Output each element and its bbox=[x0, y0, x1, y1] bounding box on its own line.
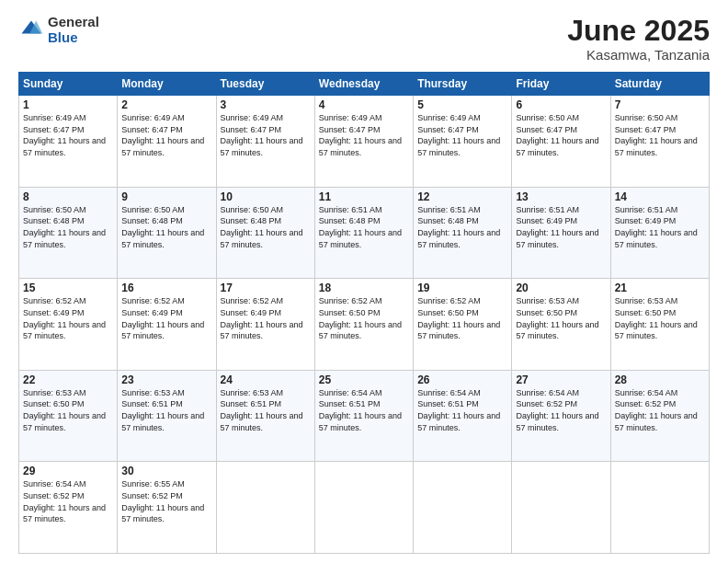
day-number: 10 bbox=[221, 190, 311, 203]
day-number: 30 bbox=[121, 465, 211, 477]
col-thursday: Thursday bbox=[414, 73, 512, 96]
day-info: Sunrise: 6:52 AMSunset: 6:49 PMDaylight:… bbox=[23, 295, 113, 341]
calendar-cell: 23Sunrise: 6:53 AMSunset: 6:51 PMDayligh… bbox=[118, 370, 216, 462]
day-info: Sunrise: 6:52 AMSunset: 6:50 PMDaylight:… bbox=[417, 295, 507, 341]
day-info: Sunrise: 6:52 AMSunset: 6:50 PMDaylight:… bbox=[319, 295, 409, 341]
day-info: Sunrise: 6:49 AMSunset: 6:47 PMDaylight:… bbox=[121, 112, 211, 158]
day-number: 29 bbox=[23, 465, 113, 477]
day-number: 16 bbox=[121, 282, 211, 294]
logo-icon bbox=[18, 17, 44, 43]
day-info: Sunrise: 6:50 AMSunset: 6:47 PMDaylight:… bbox=[615, 112, 705, 158]
day-info: Sunrise: 6:49 AMSunset: 6:47 PMDaylight:… bbox=[23, 112, 113, 158]
day-number: 11 bbox=[319, 190, 409, 203]
day-info: Sunrise: 6:49 AMSunset: 6:47 PMDaylight:… bbox=[417, 112, 507, 158]
day-info: Sunrise: 6:51 AMSunset: 6:49 PMDaylight:… bbox=[516, 204, 606, 250]
calendar-cell: 3Sunrise: 6:49 AMSunset: 6:47 PMDaylight… bbox=[216, 96, 314, 188]
day-info: Sunrise: 6:50 AMSunset: 6:47 PMDaylight:… bbox=[516, 112, 606, 158]
day-number: 14 bbox=[615, 190, 705, 203]
calendar-cell: 11Sunrise: 6:51 AMSunset: 6:48 PMDayligh… bbox=[314, 187, 413, 279]
day-number: 7 bbox=[615, 98, 705, 111]
day-number: 3 bbox=[221, 98, 311, 111]
day-info: Sunrise: 6:51 AMSunset: 6:49 PMDaylight:… bbox=[615, 204, 705, 250]
calendar-cell: 20Sunrise: 6:53 AMSunset: 6:50 PMDayligh… bbox=[512, 279, 610, 371]
day-number: 24 bbox=[221, 373, 311, 386]
logo: General Blue bbox=[18, 15, 99, 45]
title-block: June 2025 Kasamwa, Tanzania bbox=[567, 15, 710, 63]
logo-general-text: General bbox=[48, 15, 99, 30]
day-info: Sunrise: 6:51 AMSunset: 6:48 PMDaylight:… bbox=[319, 204, 409, 250]
calendar-week-row: 8Sunrise: 6:50 AMSunset: 6:48 PMDaylight… bbox=[19, 187, 710, 279]
col-monday: Monday bbox=[118, 73, 216, 96]
day-info: Sunrise: 6:54 AMSunset: 6:52 PMDaylight:… bbox=[615, 387, 705, 433]
col-tuesday: Tuesday bbox=[216, 73, 314, 96]
day-info: Sunrise: 6:49 AMSunset: 6:47 PMDaylight:… bbox=[319, 112, 409, 158]
calendar-cell: 19Sunrise: 6:52 AMSunset: 6:50 PMDayligh… bbox=[414, 279, 512, 371]
day-info: Sunrise: 6:50 AMSunset: 6:48 PMDaylight:… bbox=[121, 204, 211, 250]
calendar-cell: 2Sunrise: 6:49 AMSunset: 6:47 PMDaylight… bbox=[118, 96, 216, 188]
page: General Blue June 2025 Kasamwa, Tanzania… bbox=[0, 0, 728, 563]
col-sunday: Sunday bbox=[19, 73, 118, 96]
day-info: Sunrise: 6:50 AMSunset: 6:48 PMDaylight:… bbox=[23, 204, 113, 250]
calendar-cell: 26Sunrise: 6:54 AMSunset: 6:51 PMDayligh… bbox=[414, 370, 512, 462]
calendar-cell bbox=[512, 462, 610, 554]
calendar-week-row: 22Sunrise: 6:53 AMSunset: 6:50 PMDayligh… bbox=[19, 370, 710, 462]
day-info: Sunrise: 6:55 AMSunset: 6:52 PMDaylight:… bbox=[121, 478, 211, 524]
calendar-location: Kasamwa, Tanzania bbox=[567, 47, 710, 63]
day-number: 22 bbox=[23, 373, 113, 386]
col-wednesday: Wednesday bbox=[314, 73, 413, 96]
day-number: 13 bbox=[516, 190, 606, 203]
day-info: Sunrise: 6:54 AMSunset: 6:52 PMDaylight:… bbox=[516, 387, 606, 433]
col-saturday: Saturday bbox=[610, 73, 709, 96]
calendar-week-row: 15Sunrise: 6:52 AMSunset: 6:49 PMDayligh… bbox=[19, 279, 710, 371]
calendar-cell: 17Sunrise: 6:52 AMSunset: 6:49 PMDayligh… bbox=[216, 279, 314, 371]
header: General Blue June 2025 Kasamwa, Tanzania bbox=[18, 15, 710, 63]
calendar-cell: 13Sunrise: 6:51 AMSunset: 6:49 PMDayligh… bbox=[512, 187, 610, 279]
calendar-cell: 16Sunrise: 6:52 AMSunset: 6:49 PMDayligh… bbox=[118, 279, 216, 371]
calendar-cell bbox=[610, 462, 709, 554]
day-number: 25 bbox=[319, 373, 409, 386]
day-number: 1 bbox=[23, 98, 113, 111]
calendar-cell bbox=[314, 462, 413, 554]
day-number: 5 bbox=[417, 98, 507, 111]
day-info: Sunrise: 6:51 AMSunset: 6:48 PMDaylight:… bbox=[417, 204, 507, 250]
day-info: Sunrise: 6:53 AMSunset: 6:50 PMDaylight:… bbox=[615, 295, 705, 341]
day-number: 28 bbox=[615, 373, 705, 386]
day-number: 6 bbox=[516, 98, 606, 111]
day-info: Sunrise: 6:54 AMSunset: 6:51 PMDaylight:… bbox=[319, 387, 409, 433]
day-number: 8 bbox=[23, 190, 113, 203]
calendar-cell: 30Sunrise: 6:55 AMSunset: 6:52 PMDayligh… bbox=[118, 462, 216, 554]
calendar-cell: 5Sunrise: 6:49 AMSunset: 6:47 PMDaylight… bbox=[414, 96, 512, 188]
calendar-cell: 6Sunrise: 6:50 AMSunset: 6:47 PMDaylight… bbox=[512, 96, 610, 188]
day-info: Sunrise: 6:53 AMSunset: 6:51 PMDaylight:… bbox=[121, 387, 211, 433]
calendar-cell: 14Sunrise: 6:51 AMSunset: 6:49 PMDayligh… bbox=[610, 187, 709, 279]
day-number: 17 bbox=[221, 282, 311, 294]
day-number: 27 bbox=[516, 373, 606, 386]
calendar-cell: 28Sunrise: 6:54 AMSunset: 6:52 PMDayligh… bbox=[610, 370, 709, 462]
day-number: 18 bbox=[319, 282, 409, 294]
day-info: Sunrise: 6:53 AMSunset: 6:50 PMDaylight:… bbox=[516, 295, 606, 341]
day-number: 4 bbox=[319, 98, 409, 111]
day-number: 12 bbox=[417, 190, 507, 203]
calendar-cell: 24Sunrise: 6:53 AMSunset: 6:51 PMDayligh… bbox=[216, 370, 314, 462]
day-number: 26 bbox=[417, 373, 507, 386]
calendar-cell: 15Sunrise: 6:52 AMSunset: 6:49 PMDayligh… bbox=[19, 279, 118, 371]
calendar-cell: 12Sunrise: 6:51 AMSunset: 6:48 PMDayligh… bbox=[414, 187, 512, 279]
calendar-cell: 1Sunrise: 6:49 AMSunset: 6:47 PMDaylight… bbox=[19, 96, 118, 188]
day-number: 9 bbox=[121, 190, 211, 203]
calendar-cell: 4Sunrise: 6:49 AMSunset: 6:47 PMDaylight… bbox=[314, 96, 413, 188]
calendar-week-row: 29Sunrise: 6:54 AMSunset: 6:52 PMDayligh… bbox=[19, 462, 710, 554]
day-number: 23 bbox=[121, 373, 211, 386]
day-info: Sunrise: 6:50 AMSunset: 6:48 PMDaylight:… bbox=[221, 204, 311, 250]
calendar-table: Sunday Monday Tuesday Wednesday Thursday… bbox=[18, 72, 710, 554]
day-info: Sunrise: 6:49 AMSunset: 6:47 PMDaylight:… bbox=[221, 112, 311, 158]
calendar-cell bbox=[216, 462, 314, 554]
calendar-week-row: 1Sunrise: 6:49 AMSunset: 6:47 PMDaylight… bbox=[19, 96, 710, 188]
calendar-cell: 29Sunrise: 6:54 AMSunset: 6:52 PMDayligh… bbox=[19, 462, 118, 554]
calendar-title: June 2025 bbox=[567, 15, 710, 47]
calendar-cell: 27Sunrise: 6:54 AMSunset: 6:52 PMDayligh… bbox=[512, 370, 610, 462]
calendar-cell: 21Sunrise: 6:53 AMSunset: 6:50 PMDayligh… bbox=[610, 279, 709, 371]
day-number: 19 bbox=[417, 282, 507, 294]
day-info: Sunrise: 6:53 AMSunset: 6:51 PMDaylight:… bbox=[221, 387, 311, 433]
calendar-cell bbox=[414, 462, 512, 554]
col-friday: Friday bbox=[512, 73, 610, 96]
